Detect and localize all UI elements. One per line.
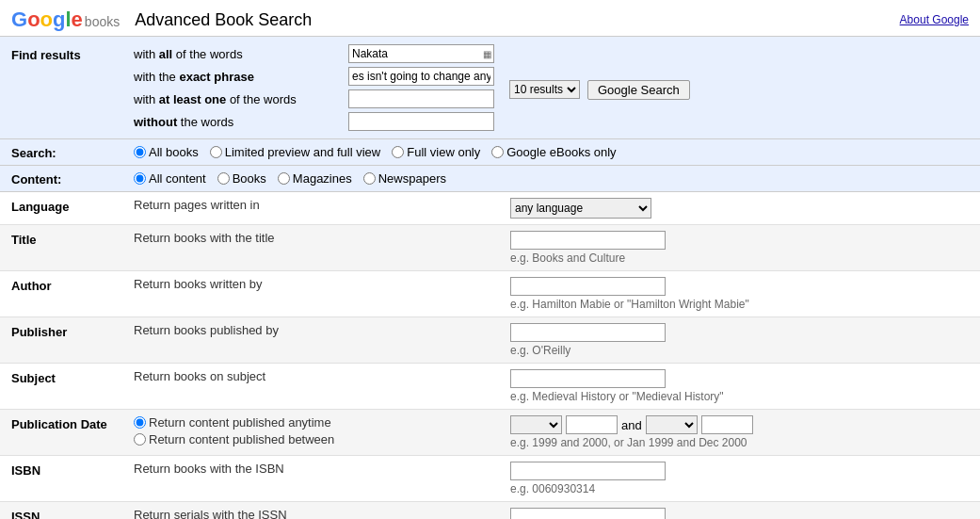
content-radio-books-input[interactable] [217, 172, 230, 185]
content-radio-all-input[interactable] [134, 172, 146, 185]
publication-date-row: Publication Date Return content publishe… [0, 410, 980, 456]
issn-label: ISSN [11, 508, 134, 519]
find-row-label-exact: with the exact phrase [134, 70, 341, 84]
pubdate-year-from-input[interactable] [566, 415, 618, 434]
author-description: Return books written by [134, 277, 510, 291]
pubdate-month-from-select[interactable]: JanFebMar [510, 415, 562, 434]
pubdate-example: e.g. 1999 and 2000, or Jan 1999 and Dec … [510, 436, 969, 449]
find-row-atleast: with at least one of the words [134, 89, 494, 108]
find-results-section: Find results with all of the words ▦ wit… [0, 37, 980, 139]
publisher-example: e.g. O'Reilly [510, 344, 969, 357]
issn-input[interactable] [510, 508, 666, 519]
isbn-example: e.g. 0060930314 [510, 482, 969, 495]
search-radio-all-books-input[interactable] [134, 146, 146, 158]
search-radio-all-books[interactable]: All books [134, 145, 199, 159]
publisher-row: Publisher Return books published by e.g.… [0, 317, 980, 364]
content-radio-all[interactable]: All content [134, 171, 206, 186]
find-row-label-atleast: with at least one of the words [134, 92, 341, 106]
content-radio-magazines-input[interactable] [278, 172, 290, 185]
find-input-without[interactable] [348, 112, 494, 131]
language-right: any language English French German Spani… [510, 198, 969, 219]
subject-row: Subject Return books on subject e.g. Med… [0, 364, 980, 410]
search-radio-full-view[interactable]: Full view only [392, 145, 480, 159]
publication-date-label: Publication Date [11, 415, 134, 431]
issn-description: Return serials with the ISSN [134, 508, 510, 519]
title-right: e.g. Books and Culture [510, 231, 969, 265]
pubdate-year-to-input[interactable] [701, 415, 753, 434]
issn-right: e.g. 0161-7370 [510, 508, 969, 519]
pubdate-anytime-label: Return content published anytime [149, 415, 331, 430]
search-label: Search: [11, 144, 134, 160]
language-description: Return pages written in [134, 198, 510, 212]
title-input[interactable] [510, 231, 666, 250]
content-radio-all-label: All content [149, 171, 206, 186]
content-radio-magazines-label: Magazines [293, 171, 352, 186]
google-search-button[interactable]: Google Search [587, 80, 690, 100]
search-radio-full-view-label: Full view only [407, 145, 480, 159]
header: Googlebooks Advanced Book Search About G… [0, 0, 980, 37]
find-input-atleast[interactable] [348, 89, 494, 108]
language-row: Language Return pages written in any lan… [0, 192, 980, 225]
subject-example: e.g. Medieval History or "Medieval Histo… [510, 390, 969, 403]
search-radio-limited-input[interactable] [210, 146, 222, 158]
find-row-exact: with the exact phrase [134, 67, 494, 86]
isbn-right: e.g. 0060930314 [510, 462, 969, 495]
pubdate-radio-between[interactable]: Return content published between [134, 432, 510, 446]
logo-g: G [11, 8, 27, 31]
pubdate-month-to-select[interactable]: JanFebMar [646, 415, 698, 434]
issn-row: ISSN Return serials with the ISSN e.g. 0… [0, 502, 980, 519]
content-radio-newspapers[interactable]: Newspapers [363, 171, 446, 186]
find-input-exact[interactable] [348, 67, 494, 86]
header-left: Googlebooks Advanced Book Search [11, 8, 312, 32]
search-controls: 10 results 20 results 30 results Google … [509, 44, 690, 131]
pubdate-radio-anytime[interactable]: Return content published anytime [134, 415, 510, 430]
find-input-all-wrapper: ▦ [348, 44, 494, 63]
pubdate-radio-anytime-input[interactable] [134, 416, 146, 429]
content-radio-books-label: Books [233, 171, 266, 186]
isbn-description: Return books with the ISBN [134, 462, 510, 476]
search-radio-limited[interactable]: Limited preview and full view [210, 145, 380, 159]
subject-description: Return books on subject [134, 369, 510, 383]
logo-g2: g [53, 8, 65, 31]
find-row-all: with all of the words ▦ [134, 44, 494, 63]
language-label: Language [11, 198, 134, 214]
content-radio-newspapers-label: Newspapers [378, 171, 446, 186]
isbn-input[interactable] [510, 462, 666, 480]
subject-label: Subject [11, 369, 134, 385]
search-radio-ebooks[interactable]: Google eBooks only [491, 145, 616, 159]
logo-books: books [85, 14, 120, 29]
pubdate-between-label: Return content published between [149, 432, 334, 446]
content-radio-magazines[interactable]: Magazines [278, 171, 352, 186]
title-example: e.g. Books and Culture [510, 251, 969, 265]
find-results-label: Find results [11, 44, 134, 131]
content-radio-newspapers-input[interactable] [363, 172, 376, 185]
subject-input[interactable] [510, 369, 666, 388]
language-select[interactable]: any language English French German Spani… [510, 198, 651, 219]
publisher-description: Return books published by [134, 323, 510, 337]
publication-date-right: JanFebMar and JanFebMar e.g. 1999 and 20… [510, 415, 969, 449]
page-title: Advanced Book Search [135, 10, 312, 30]
find-input-all[interactable] [348, 44, 494, 63]
title-label: Title [11, 231, 134, 247]
content-radio-books[interactable]: Books [217, 171, 266, 186]
author-right: e.g. Hamilton Mabie or "Hamilton Wright … [510, 277, 969, 311]
calendar-icon: ▦ [483, 49, 491, 59]
publisher-right: e.g. O'Reilly [510, 323, 969, 357]
content-label: Content: [11, 170, 134, 187]
find-results-fields: with all of the words ▦ with the exact p… [134, 44, 494, 131]
search-row: Search: All books Limited preview and fu… [0, 139, 980, 166]
search-radio-ebooks-input[interactable] [491, 146, 504, 158]
about-google-link[interactable]: About Google [900, 13, 969, 26]
logo-o1: o [27, 8, 40, 31]
find-row-without: without the words [134, 112, 494, 131]
logo-e: e [72, 8, 83, 31]
results-count-select[interactable]: 10 results 20 results 30 results [509, 80, 580, 99]
author-input[interactable] [510, 277, 666, 296]
publisher-input[interactable] [510, 323, 666, 342]
title-row: Title Return books with the title e.g. B… [0, 225, 980, 271]
publication-date-middle: Return content published anytime Return … [134, 415, 510, 446]
search-radio-all-books-label: All books [149, 145, 199, 159]
search-radio-full-view-input[interactable] [392, 146, 404, 158]
find-row-label-all: with all of the words [134, 47, 341, 61]
pubdate-radio-between-input[interactable] [134, 433, 146, 446]
